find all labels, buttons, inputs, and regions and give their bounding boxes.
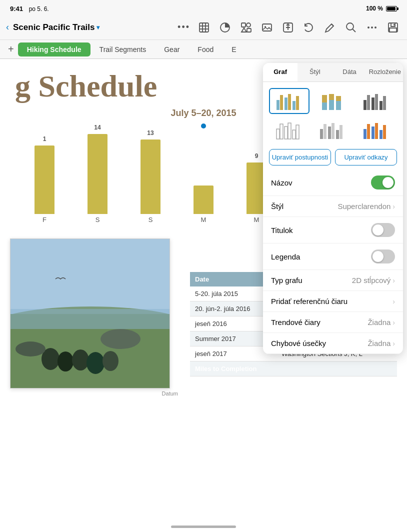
svg-rect-36 — [296, 96, 299, 110]
chart-type-stacked[interactable] — [312, 88, 353, 114]
more-icon[interactable] — [364, 20, 380, 36]
back-button[interactable]: ‹ — [6, 22, 9, 32]
tab-food[interactable]: Food — [188, 42, 222, 56]
panel-row-3: Legenda — [263, 244, 403, 270]
panel-tab-dáta[interactable]: Dáta — [332, 63, 366, 82]
chart-type-outline[interactable] — [269, 117, 310, 143]
home-indicator — [171, 526, 236, 528]
panel-row-value-1[interactable]: Superclarendon› — [338, 202, 395, 210]
edit-links-button[interactable]: Upraviť odkazy — [335, 149, 397, 166]
tab-hiking-schedule-label: Hiking Schedule — [27, 46, 82, 54]
svg-rect-61 — [364, 129, 366, 139]
svg-point-25 — [72, 350, 89, 370]
svg-point-16 — [371, 26, 373, 28]
find-icon[interactable] — [343, 20, 359, 36]
chart-type-color2[interactable] — [356, 117, 397, 143]
panel-row-0: Názov — [263, 170, 403, 196]
svg-rect-51 — [284, 126, 288, 139]
share-icon[interactable] — [280, 20, 296, 36]
svg-rect-53 — [292, 130, 296, 139]
panel-row-1: ŠtýlSuperclarendon› — [263, 196, 403, 217]
panel-row-label-1: Štýl — [271, 202, 284, 210]
panel-rows: NázovŠtýlSuperclarendon›TitulokLegendaTy… — [263, 170, 403, 354]
bar-day-0: F — [42, 216, 46, 224]
chart-type-grouped[interactable] — [269, 88, 310, 114]
bar-group-0: 1F — [20, 146, 69, 224]
svg-rect-0 — [200, 23, 208, 32]
svg-rect-35 — [292, 101, 296, 110]
toggle-knob-2 — [372, 224, 384, 236]
bar-day-1: S — [96, 216, 100, 224]
panel-row-value-6[interactable]: Žiadna› — [368, 318, 395, 326]
panel-btn-row: Upraviť postupnosti Upraviť odkazy — [263, 147, 403, 170]
bar-0[interactable]: 1 — [34, 146, 54, 214]
tabs-bar: + Hiking Schedule Trail Segments Gear Fo… — [0, 40, 407, 59]
svg-rect-34 — [288, 94, 291, 110]
svg-rect-41 — [336, 101, 341, 110]
panel-row-label-2: Titulok — [271, 226, 293, 234]
bar-1[interactable]: 14 — [88, 134, 108, 214]
chart-icon[interactable] — [217, 20, 233, 36]
svg-rect-65 — [380, 130, 382, 139]
panel-tab-graf[interactable]: Graf — [263, 63, 298, 82]
svg-rect-46 — [375, 94, 378, 110]
svg-point-17 — [374, 26, 376, 28]
svg-rect-57 — [328, 126, 331, 139]
svg-rect-43 — [364, 100, 366, 110]
toggle-3[interactable] — [371, 250, 395, 264]
svg-rect-6 — [242, 23, 246, 27]
toolbar-right — [196, 20, 401, 36]
svg-rect-58 — [332, 123, 334, 139]
panel-tabs: GrafŠtýlDátaRozloženie — [263, 63, 403, 82]
toggle-0[interactable] — [371, 176, 395, 190]
undo-icon[interactable] — [301, 20, 317, 36]
photo-frame — [10, 238, 170, 388]
table-footer-row: Miles to Completion — [190, 362, 397, 376]
svg-rect-40 — [329, 94, 334, 100]
pencil-icon[interactable] — [322, 20, 338, 36]
chart-type-gray[interactable] — [312, 117, 353, 143]
photo-section: Datum — [10, 238, 180, 418]
add-tab-button[interactable]: + — [4, 44, 18, 55]
svg-point-26 — [86, 352, 104, 374]
main-content: g Schedule July 5–20, 2015 1F14S13SM9M12… — [0, 59, 407, 532]
tab-gear[interactable]: Gear — [155, 42, 188, 56]
svg-rect-44 — [367, 95, 370, 110]
panel-tab-štýl[interactable]: Štýl — [298, 63, 332, 82]
tab-hiking-schedule[interactable]: Hiking Schedule — [18, 42, 90, 56]
chevron-down-icon[interactable]: ▾ — [96, 24, 100, 31]
toggle-2[interactable] — [371, 223, 395, 237]
svg-rect-8 — [247, 28, 251, 32]
panel-row-value-4[interactable]: 2D stĺpcový› — [352, 276, 395, 284]
svg-rect-52 — [288, 123, 291, 139]
battery-percent: 100 % — [366, 5, 383, 12]
svg-point-7 — [246, 23, 250, 27]
svg-rect-33 — [284, 98, 288, 110]
bar-group-3: M — [179, 186, 228, 224]
svg-rect-60 — [340, 125, 342, 139]
svg-rect-28 — [10, 309, 170, 329]
panel-tab-rozloženie[interactable]: Rozloženie — [367, 63, 403, 82]
table-icon[interactable] — [196, 20, 212, 36]
edit-gradients-button[interactable]: Upraviť postupnosti — [269, 149, 331, 166]
toolbar: ‹ Scenic Pacific Trails ▾ ••• — [0, 15, 407, 40]
bar-2[interactable]: 13 — [140, 140, 160, 214]
bar-3[interactable] — [194, 186, 214, 214]
svg-rect-62 — [367, 124, 370, 139]
tab-trail-segments[interactable]: Trail Segments — [90, 42, 156, 56]
shapes-icon[interactable] — [238, 20, 254, 36]
status-date: po 5. 6. — [29, 6, 49, 12]
chart-type-dark[interactable] — [356, 88, 397, 114]
image-icon[interactable] — [259, 20, 275, 36]
svg-rect-49 — [276, 129, 280, 139]
status-time-date: 9:41 po 5. 6. — [10, 5, 49, 12]
chevron-right-icon-7: › — [392, 340, 395, 348]
tab-extra-label: E — [232, 46, 236, 54]
save-icon[interactable] — [385, 20, 401, 36]
photo-image — [10, 239, 170, 388]
panel-row-value-7[interactable]: Žiadna› — [368, 339, 395, 348]
bar-label-0: 1 — [43, 136, 46, 142]
tab-gear-label: Gear — [164, 46, 180, 54]
tab-extra[interactable]: E — [222, 42, 245, 56]
bar-label-4: 9 — [255, 152, 258, 160]
